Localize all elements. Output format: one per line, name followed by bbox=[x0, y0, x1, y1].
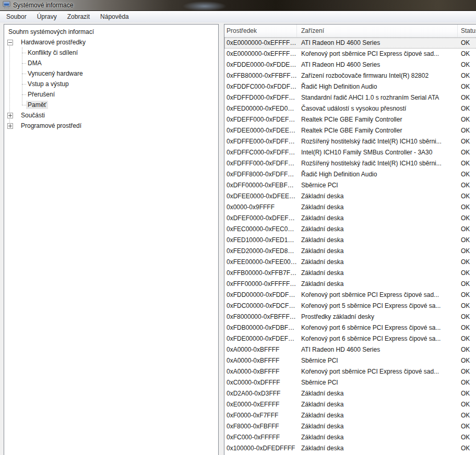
collapse-icon[interactable] bbox=[7, 40, 13, 45]
menu-item-upravy[interactable]: Úpravy bbox=[32, 11, 62, 22]
table-row[interactable]: 0xFED20000-0xFED8FFFFZákladní deskaOK bbox=[224, 246, 476, 257]
cell-device: Zařízení rozbočovače firmwaru Intel(R) 8… bbox=[297, 70, 458, 81]
column-header-status[interactable]: Status bbox=[458, 25, 476, 37]
table-row[interactable]: 0xFDE00000-0xFDEFFFFFKořenový port 6 sbě… bbox=[224, 333, 476, 344]
cell-resource: 0xDFEF0000-0xDFEFFFFF bbox=[224, 213, 297, 224]
table-row[interactable]: 0xFDC00000-0xFDCFFFFFKořenový port 5 sbě… bbox=[224, 301, 476, 312]
cell-resource: 0xFFB00000-0xFFB7FFFF bbox=[224, 268, 297, 279]
cell-status: OK bbox=[458, 191, 476, 202]
column-header-zarizeni[interactable]: Zařízení bbox=[297, 25, 458, 37]
resources-table-panel: ProstředekZařízeníStatus 0xE0000000-0xEF… bbox=[224, 24, 476, 455]
cell-resource: 0xFFF00000-0xFFFFFFFF bbox=[224, 279, 297, 290]
tree-item-konflikty-ci-sdileni[interactable]: Konflikty či sdílení bbox=[4, 47, 218, 58]
title-bar[interactable]: Systémové informace bbox=[0, 0, 476, 11]
table-row[interactable]: 0xFDEFF000-0xFDEFFFFFRealtek PCIe GBE Fa… bbox=[224, 114, 476, 125]
table-row[interactable]: 0xC0000-0xDFFFFSběrnice PCIOK bbox=[224, 377, 476, 388]
table-row[interactable]: 0xA0000-0xBFFFFATI Radeon HD 4600 Series… bbox=[224, 344, 476, 355]
tree-item-preruseni[interactable]: Přerušení bbox=[4, 89, 218, 100]
tree-item-soucasti[interactable]: Součásti bbox=[4, 110, 218, 121]
cell-resource: 0xE0000000-0xEFFFFFFF bbox=[224, 38, 297, 49]
cell-status: OK bbox=[458, 366, 476, 377]
table-row[interactable]: 0xFDFFD000-0xFDFFD7...Standardní řadič A… bbox=[224, 92, 476, 103]
cell-device: Základní deska bbox=[297, 213, 458, 224]
cell-status: OK bbox=[458, 114, 476, 125]
cell-device: Základní deska bbox=[297, 268, 458, 279]
menu-item-zobrazit[interactable]: Zobrazit bbox=[62, 11, 95, 22]
table-row[interactable]: 0xF0000-0xF7FFFZákladní deskaOK bbox=[224, 410, 476, 421]
table-row[interactable]: 0xE0000-0xEFFFFZákladní deskaOK bbox=[224, 399, 476, 410]
table-row[interactable]: 0xDFEE0000-0xDFEEFFFFZákladní deskaOK bbox=[224, 191, 476, 202]
table-row[interactable]: 0xFDB00000-0xFDBFFFFFKořenový port 6 sbě… bbox=[224, 322, 476, 333]
tree-item-pamet[interactable]: Paměť bbox=[4, 100, 218, 110]
table-row[interactable]: 0x100000-0xDFEDFFFFZákladní deskaOK bbox=[224, 443, 476, 454]
table-header-row: ProstředekZařízeníStatus bbox=[224, 25, 476, 38]
table-row[interactable]: 0xFED10000-0xFED1DF...Základní deskaOK bbox=[224, 235, 476, 246]
cell-resource: 0xFDDFC000-0xFDDFFF... bbox=[224, 81, 297, 92]
table-row[interactable]: 0xFDFFE000-0xFDFFE3FFRozšířený hostitels… bbox=[224, 136, 476, 147]
cell-resource: 0xFDC00000-0xFDCFFFFF bbox=[224, 301, 297, 312]
menu-item-soubor[interactable]: Soubor bbox=[1, 11, 32, 22]
table-row[interactable]: 0xF8000000-0xFBFFFFFFProstředky základní… bbox=[224, 312, 476, 322]
column-header-prostredek[interactable]: Prostředek bbox=[224, 25, 297, 37]
tree-item-souhrn-systemovych-informaci[interactable]: Souhrn systémových informací bbox=[4, 27, 218, 37]
tree-item-label: Vstup a výstup bbox=[26, 80, 70, 88]
cell-status: OK bbox=[458, 169, 476, 180]
cell-resource: 0xA0000-0xBFFFF bbox=[224, 366, 297, 377]
table-row[interactable]: 0x0000-0x9FFFFZákladní deskaOK bbox=[224, 202, 476, 213]
cell-resource: 0xFED20000-0xFED8FFFF bbox=[224, 246, 297, 257]
tree-item-vynuceny-hardware[interactable]: Vynucený hardware bbox=[4, 68, 218, 79]
cell-device: Základní deska bbox=[297, 443, 458, 454]
table-row[interactable]: 0xDFF00000-0xFEBFFFFFSběrnice PCIOK bbox=[224, 180, 476, 191]
cell-resource: 0xFDFF8000-0xFDFFBFFF bbox=[224, 169, 297, 180]
cell-status: OK bbox=[458, 312, 476, 322]
cell-resource: 0x0000-0x9FFFF bbox=[224, 202, 297, 213]
expand-icon[interactable] bbox=[7, 123, 13, 129]
table-row[interactable]: 0xFFF00000-0xFFFFFFFFZákladní deskaOK bbox=[224, 279, 476, 290]
table-row[interactable]: 0xFDFF8000-0xFDFFBFFFŘadič High Definiti… bbox=[224, 169, 476, 180]
cell-resource: 0xFDFFD000-0xFDFFD7... bbox=[224, 92, 297, 103]
table-row[interactable]: 0xF8000-0xFBFFFZákladní deskaOK bbox=[224, 421, 476, 432]
tree-item-hardwarove-prostredky[interactable]: Hardwarové prostředky bbox=[4, 37, 218, 47]
cell-status: OK bbox=[458, 322, 476, 333]
table-row[interactable]: 0xFFB00000-0xFFB7FFFFZákladní deskaOK bbox=[224, 268, 476, 279]
table-row[interactable]: 0xA0000-0xBFFFFKořenový port sběrnice PC… bbox=[224, 366, 476, 377]
table-row[interactable]: 0xFDFFC000-0xFDFFC0FFIntel(R) ICH10 Fami… bbox=[224, 147, 476, 158]
table-row[interactable]: 0xE0000000-0xEFFFFFFFKořenový port sběrn… bbox=[224, 49, 476, 59]
table-row[interactable]: 0xA0000-0xBFFFFSběrnice PCIOK bbox=[224, 355, 476, 366]
cell-status: OK bbox=[458, 49, 476, 59]
tree-item-vstup-a-vystup[interactable]: Vstup a výstup bbox=[4, 79, 218, 89]
table-row[interactable]: 0xFDEE0000-0xFDEEFFFFRealtek PCIe GBE Fa… bbox=[224, 125, 476, 136]
table-row[interactable]: 0xFEE00000-0xFEE00FFFZákladní deskaOK bbox=[224, 257, 476, 268]
expand-icon[interactable] bbox=[7, 113, 13, 118]
table-row[interactable]: 0xFFB80000-0xFFBFFFFFZařízení rozbočovač… bbox=[224, 70, 476, 81]
table-row[interactable]: 0xFEC00000-0xFEC00FFFZákladní deskaOK bbox=[224, 224, 476, 235]
cell-resource: 0xD2A00-0xD3FFF bbox=[224, 388, 297, 399]
cell-status: OK bbox=[458, 290, 476, 301]
tree-item-label: Přerušení bbox=[26, 90, 56, 99]
table-row[interactable]: 0xFDFFF000-0xFDFFF3FFRozšířený hostitels… bbox=[224, 158, 476, 169]
cell-device: Realtek PCIe GBE Family Controller bbox=[297, 125, 458, 136]
table-row[interactable]: 0xFDDFC000-0xFDDFFF...Řadič High Definit… bbox=[224, 81, 476, 92]
cell-resource: 0xFDEFF000-0xFDEFFFFF bbox=[224, 114, 297, 125]
cell-resource: 0xFDFFF000-0xFDFFF3FF bbox=[224, 158, 297, 169]
cell-device: Základní deska bbox=[297, 224, 458, 235]
tree-item-label: Konflikty či sdílení bbox=[26, 49, 79, 57]
table-row[interactable]: 0xFC000-0xFFFFFZákladní deskaOK bbox=[224, 432, 476, 443]
table-row[interactable]: 0xFDD00000-0xFDDFFF...Kořenový port sběr… bbox=[224, 290, 476, 301]
tree-item-dma[interactable]: DMA bbox=[4, 58, 218, 68]
cell-resource: 0xDFF00000-0xFEBFFFFF bbox=[224, 180, 297, 191]
cell-resource: 0xFDEE0000-0xFDEEFFFF bbox=[224, 125, 297, 136]
table-row[interactable]: 0xDFEF0000-0xDFEFFFFFZákladní deskaOK bbox=[224, 213, 476, 224]
table-row[interactable]: 0xFDDE0000-0xFDDEFF...ATI Radeon HD 4600… bbox=[224, 59, 476, 70]
cell-resource: 0xFDFFC000-0xFDFFC0FF bbox=[224, 147, 297, 158]
cell-resource: 0xF0000-0xF7FFF bbox=[224, 410, 297, 421]
cell-device: Kořenový port sběrnice PCI Express čipov… bbox=[297, 366, 458, 377]
table-row[interactable]: 0xD2A00-0xD3FFFZákladní deskaOK bbox=[224, 388, 476, 399]
cell-resource: 0xFEC00000-0xFEC00FFF bbox=[224, 224, 297, 235]
table-row[interactable]: 0xE0000000-0xEFFFFFFFATI Radeon HD 4600 … bbox=[224, 38, 476, 49]
menu-item-napoveda[interactable]: Nápověda bbox=[95, 11, 134, 22]
cell-device: Intel(R) ICH10 Family SMBus Controller -… bbox=[297, 147, 458, 158]
tree-item-programove-prostredi[interactable]: Programové prostředí bbox=[4, 121, 218, 131]
table-row[interactable]: 0xFED00000-0xFED003...Časovač událostí s… bbox=[224, 103, 476, 114]
cell-status: OK bbox=[458, 333, 476, 344]
